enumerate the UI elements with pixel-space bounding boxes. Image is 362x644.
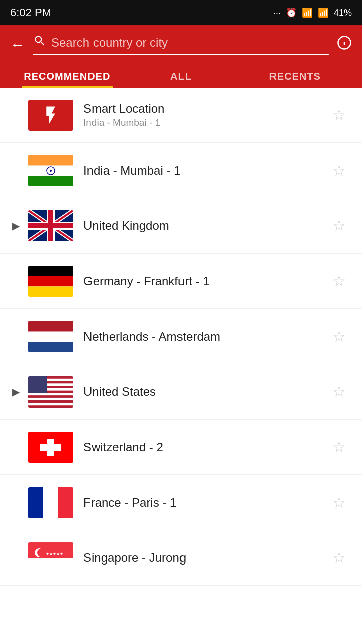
search-bar[interactable] <box>33 34 329 55</box>
star-button[interactable]: ☆ <box>328 379 350 405</box>
star-button[interactable]: ☆ <box>328 213 350 238</box>
battery-icon: 41% <box>334 8 352 18</box>
status-time: 6:02 PM <box>10 6 51 19</box>
svg-text:★★★★★: ★★★★★ <box>46 552 63 556</box>
item-text: Switzerland - 2 <box>83 440 328 454</box>
svg-rect-29 <box>28 403 73 405</box>
tab-all[interactable]: ALL <box>124 64 238 88</box>
flag-uk <box>28 210 73 242</box>
star-button[interactable]: ☆ <box>328 545 350 571</box>
star-button[interactable]: ☆ <box>328 324 350 349</box>
item-title: United States <box>83 385 328 399</box>
star-button[interactable]: ☆ <box>328 102 350 128</box>
item-text: France - Paris - 1 <box>83 496 328 510</box>
item-text: Singapore - Jurong <box>83 551 328 565</box>
expand-arrow[interactable]: ▶ <box>12 386 26 398</box>
item-title: Germany - Frankfurt - 1 <box>83 274 328 288</box>
tabs: RECOMMENDED ALL RECENTS <box>10 64 352 88</box>
svg-rect-22 <box>28 342 73 352</box>
svg-rect-36 <box>58 487 73 518</box>
svg-rect-30 <box>28 376 47 393</box>
list-item[interactable]: Germany - Frankfurt - 1 ☆ <box>0 254 362 309</box>
wifi-icon: 📶 <box>302 7 313 18</box>
svg-rect-28 <box>28 397 73 400</box>
item-text: United States <box>83 385 328 399</box>
item-title: United Kingdom <box>83 219 328 233</box>
svg-rect-17 <box>28 266 73 276</box>
flag-singapore: ★★★★★ <box>28 542 73 574</box>
list-item[interactable]: Netherlands - Amsterdam ☆ <box>0 309 362 364</box>
item-title: India - Mumbai - 1 <box>83 164 328 178</box>
svg-rect-21 <box>28 331 73 342</box>
info-icon[interactable] <box>337 35 352 54</box>
svg-rect-20 <box>28 321 73 332</box>
star-button[interactable]: ☆ <box>328 434 350 460</box>
tab-recents[interactable]: RECENTS <box>238 64 352 88</box>
item-title: France - Paris - 1 <box>83 496 328 510</box>
list-item[interactable]: India - Mumbai - 1 ☆ <box>0 143 362 198</box>
svg-point-7 <box>50 170 52 172</box>
list-item[interactable]: France - Paris - 1 ☆ <box>0 475 362 530</box>
list-item[interactable]: ▶ United States ☆ <box>0 364 362 420</box>
star-button[interactable]: ☆ <box>328 490 350 515</box>
expand-arrow[interactable]: ▶ <box>12 220 26 232</box>
header: ← RECOMMENDED ALL RECENTS <box>0 25 362 88</box>
svg-point-40 <box>37 548 46 557</box>
svg-rect-38 <box>28 558 73 574</box>
item-text: Smart Location India - Mumbai - 1 <box>83 102 328 128</box>
search-icon <box>33 34 46 51</box>
flag-france <box>28 487 73 518</box>
svg-rect-18 <box>28 276 73 286</box>
flag-germany <box>28 266 73 297</box>
svg-rect-19 <box>28 286 73 297</box>
tab-recommended[interactable]: RECOMMENDED <box>10 64 124 88</box>
svg-rect-35 <box>43 487 58 518</box>
svg-rect-5 <box>28 176 73 186</box>
list-item[interactable]: ▶ United Kingdom ☆ <box>0 198 362 254</box>
flag-netherlands <box>28 321 73 352</box>
list-item[interactable]: ★★★★★ Singapore - Jurong ☆ <box>0 530 362 586</box>
signal-icon: 📶 <box>318 7 329 18</box>
svg-rect-16 <box>28 223 73 228</box>
star-button[interactable]: ☆ <box>328 268 350 294</box>
back-button[interactable]: ← <box>10 36 25 53</box>
item-text: Netherlands - Amsterdam <box>83 330 328 344</box>
header-top: ← <box>10 34 352 64</box>
svg-rect-34 <box>28 487 43 518</box>
item-title: Switzerland - 2 <box>83 440 328 454</box>
item-title: Smart Location <box>83 102 328 116</box>
smart-location-icon <box>28 100 73 131</box>
alarm-icon: ⏰ <box>286 7 297 18</box>
svg-rect-27 <box>28 393 73 395</box>
item-subtitle: India - Mumbai - 1 <box>83 117 328 128</box>
star-button[interactable]: ☆ <box>328 157 350 183</box>
svg-rect-33 <box>40 444 61 451</box>
svg-rect-3 <box>28 155 73 166</box>
list-item[interactable]: Smart Location India - Mumbai - 1 ☆ <box>0 88 362 143</box>
search-input[interactable] <box>51 36 329 50</box>
location-list: Smart Location India - Mumbai - 1 ☆ Indi… <box>0 88 362 586</box>
status-icons: ··· ⏰ 📶 📶 41% <box>273 7 352 18</box>
item-text: United Kingdom <box>83 219 328 233</box>
item-text: India - Mumbai - 1 <box>83 164 328 178</box>
dots-icon: ··· <box>273 8 281 18</box>
flag-switzerland <box>28 432 73 463</box>
flag-india <box>28 155 73 186</box>
list-item[interactable]: Switzerland - 2 ☆ <box>0 420 362 475</box>
item-text: Germany - Frankfurt - 1 <box>83 274 328 288</box>
item-title: Netherlands - Amsterdam <box>83 330 328 344</box>
flag-usa <box>28 376 73 408</box>
item-title: Singapore - Jurong <box>83 551 328 565</box>
status-bar: 6:02 PM ··· ⏰ 📶 📶 41% <box>0 0 362 25</box>
